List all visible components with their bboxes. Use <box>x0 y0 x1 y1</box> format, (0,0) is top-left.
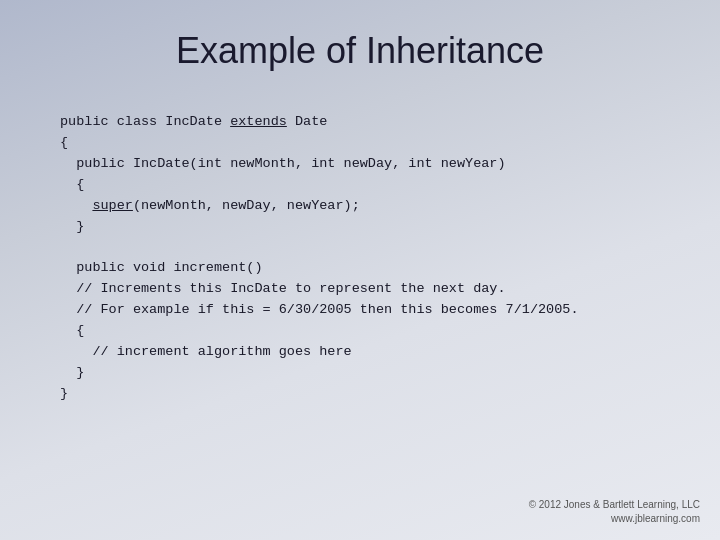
code-line-12: } <box>60 363 660 384</box>
code-line-2: { <box>60 133 660 154</box>
code-line-10: { <box>60 321 660 342</box>
code-block: public class IncDate extends Date { publ… <box>60 112 660 405</box>
slide: Example of Inheritance public class IncD… <box>0 0 720 540</box>
code-line-4: { <box>60 175 660 196</box>
footer-line1: © 2012 Jones & Bartlett Learning, LLC <box>529 498 700 512</box>
slide-title: Example of Inheritance <box>60 30 660 72</box>
code-line-9: // For example if this = 6/30/2005 then … <box>60 300 660 321</box>
footer: © 2012 Jones & Bartlett Learning, LLC ww… <box>529 498 700 526</box>
code-line-7: public void increment() <box>60 258 660 279</box>
code-line-blank <box>60 238 660 259</box>
code-line-1: public class IncDate extends Date <box>60 112 660 133</box>
code-line-5: super(newMonth, newDay, newYear); <box>60 196 660 217</box>
footer-line2: www.jblearning.com <box>529 512 700 526</box>
super-keyword: super <box>92 198 133 213</box>
code-line-11: // increment algorithm goes here <box>60 342 660 363</box>
extends-keyword: extends <box>230 114 287 129</box>
code-line-8: // Increments this IncDate to represent … <box>60 279 660 300</box>
code-line-3: public IncDate(int newMonth, int newDay,… <box>60 154 660 175</box>
code-line-6: } <box>60 217 660 238</box>
code-line-13: } <box>60 384 660 405</box>
